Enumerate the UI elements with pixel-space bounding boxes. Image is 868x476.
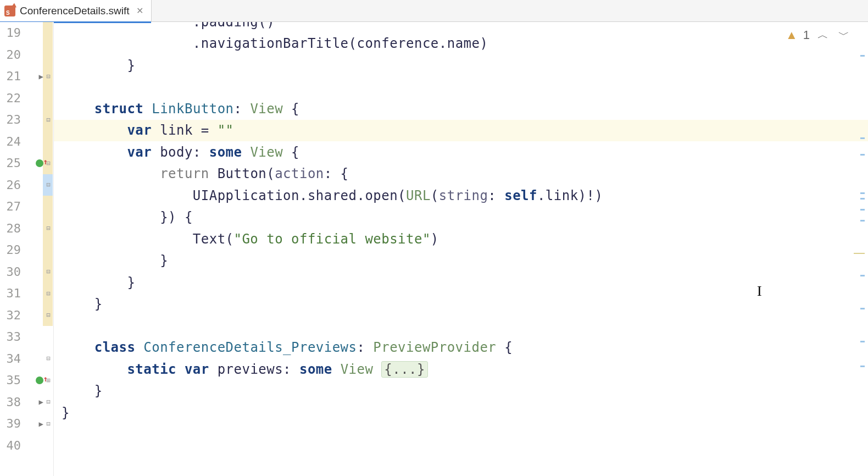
line-number: 34 [0, 352, 23, 366]
gutter-row: 31⊟ [0, 283, 53, 305]
gutter-row: 29 [0, 239, 53, 261]
line-number: 28 [0, 222, 23, 235]
code-line[interactable]: .navigationBarTitle(conference.name) [54, 33, 868, 55]
fold-collapse-icon[interactable]: ⊟ [44, 224, 52, 232]
code-line[interactable] [54, 315, 868, 337]
code-line[interactable]: static var previews: some View {...} [54, 358, 868, 380]
run-marker-icon[interactable]: ▶ [39, 419, 43, 428]
line-number: 38 [0, 395, 23, 409]
code-line[interactable]: return Button(action: { [54, 163, 868, 185]
gutter-row: 22 [0, 87, 53, 109]
close-icon[interactable]: ✕ [134, 5, 146, 16]
line-number: 33 [0, 330, 23, 344]
line-number: 35 [0, 373, 23, 387]
warning-icon: ▲ [786, 28, 798, 42]
code-editor[interactable]: 192021▶⊟2223⊟2425↑⊟26⊟2728⊟2930⊟31⊟32⊟33… [0, 22, 868, 476]
fold-collapse-icon[interactable]: ⊟ [44, 355, 52, 362]
gutter-row: 24 [0, 131, 53, 153]
gutter-row: 27 [0, 196, 53, 218]
next-problem-icon[interactable]: ﹀ [836, 27, 852, 42]
fold-collapse-icon[interactable]: ⊟ [44, 290, 52, 297]
problems-indicator[interactable]: ▲ 1 ︿ ﹀ [786, 27, 852, 42]
code-line[interactable] [54, 76, 868, 98]
code-line[interactable]: Text("Go to official website") [54, 228, 868, 250]
gutter-row: 21▶⊟ [0, 65, 53, 87]
gutter-row: 32⊟ [0, 305, 53, 326]
fold-collapse-icon[interactable]: ⊟ [44, 116, 52, 124]
swift-file-icon: S [4, 5, 15, 16]
fold-collapse-icon[interactable]: ⊟ [44, 181, 52, 189]
code-line[interactable]: } [54, 402, 868, 424]
gutter-row: 40 [0, 435, 53, 457]
code-line[interactable]: class ConferenceDetails_Previews: Previe… [54, 337, 868, 359]
error-stripe[interactable] [858, 22, 866, 476]
code-line[interactable]: } [54, 250, 868, 272]
line-number: 24 [0, 135, 23, 148]
code-line[interactable]: } [54, 380, 868, 402]
vcs-change-icon[interactable]: ↑ [36, 377, 43, 384]
code-line[interactable]: } [54, 272, 868, 294]
fold-collapse-icon[interactable]: ⊟ [44, 398, 52, 406]
gutter-row: 39▶⊟ [0, 413, 53, 435]
gutter-row: 23⊟ [0, 109, 53, 131]
code-line[interactable]: var link = "" [54, 120, 868, 142]
code-line[interactable] [54, 424, 868, 446]
prev-problem-icon[interactable]: ︿ [815, 27, 831, 42]
code-line[interactable]: } [54, 294, 868, 316]
code-line[interactable]: var body: some View { [54, 141, 868, 163]
line-number: 25 [0, 156, 23, 170]
gutter: 192021▶⊟2223⊟2425↑⊟26⊟2728⊟2930⊟31⊟32⊟33… [0, 22, 54, 476]
gutter-row: 19 [0, 22, 53, 44]
code-line[interactable]: .padding() [54, 22, 868, 33]
line-number: 32 [0, 308, 23, 322]
gutter-row: 34⊟ [0, 348, 53, 370]
code-line[interactable]: }) { [54, 207, 868, 229]
run-marker-icon[interactable]: ▶ [39, 72, 43, 81]
gutter-row: 35↑⊞ [0, 369, 53, 391]
warning-count: 1 [803, 28, 810, 42]
line-number: 29 [0, 243, 23, 257]
line-number: 26 [0, 178, 23, 192]
gutter-row: 33 [0, 326, 53, 348]
code-line[interactable]: } [54, 54, 868, 76]
editor-tab[interactable]: S ConferenceDetails.swift ✕ [0, 0, 152, 21]
gutter-row: 26⊟ [0, 174, 53, 196]
code-area[interactable]: ▲ 1 ︿ ﹀ .padding() .navigationBarTitle(c… [54, 22, 868, 476]
line-number: 21 [0, 69, 23, 83]
line-number: 23 [0, 113, 23, 126]
run-marker-icon[interactable]: ▶ [39, 397, 43, 406]
fold-collapse-icon[interactable]: ⊟ [44, 311, 52, 319]
gutter-row: 25↑⊟ [0, 152, 53, 174]
line-number: 22 [0, 91, 23, 105]
tab-filename: ConferenceDetails.swift [20, 5, 130, 17]
line-number: 27 [0, 200, 23, 213]
vcs-change-icon[interactable]: ↑ [36, 159, 43, 167]
tab-bar: S ConferenceDetails.swift ✕ [0, 0, 868, 22]
line-number: 19 [0, 26, 23, 40]
line-number: 31 [0, 286, 23, 300]
line-number: 39 [0, 417, 23, 430]
line-number: 30 [0, 265, 23, 279]
fold-collapse-icon[interactable]: ⊟ [44, 268, 52, 275]
fold-collapse-icon[interactable]: ⊟ [44, 420, 52, 428]
code-line[interactable]: struct LinkButton: View { [54, 98, 868, 120]
line-number: 20 [0, 48, 23, 62]
line-number: 40 [0, 439, 23, 452]
gutter-row: 20 [0, 44, 53, 66]
gutter-row: 38▶⊟ [0, 391, 53, 413]
code-line[interactable]: UIApplication.shared.open(URL(string: se… [54, 185, 868, 207]
gutter-row: 28⊟ [0, 218, 53, 240]
gutter-row: 30⊟ [0, 261, 53, 283]
fold-collapse-icon[interactable]: ⊟ [44, 73, 52, 80]
